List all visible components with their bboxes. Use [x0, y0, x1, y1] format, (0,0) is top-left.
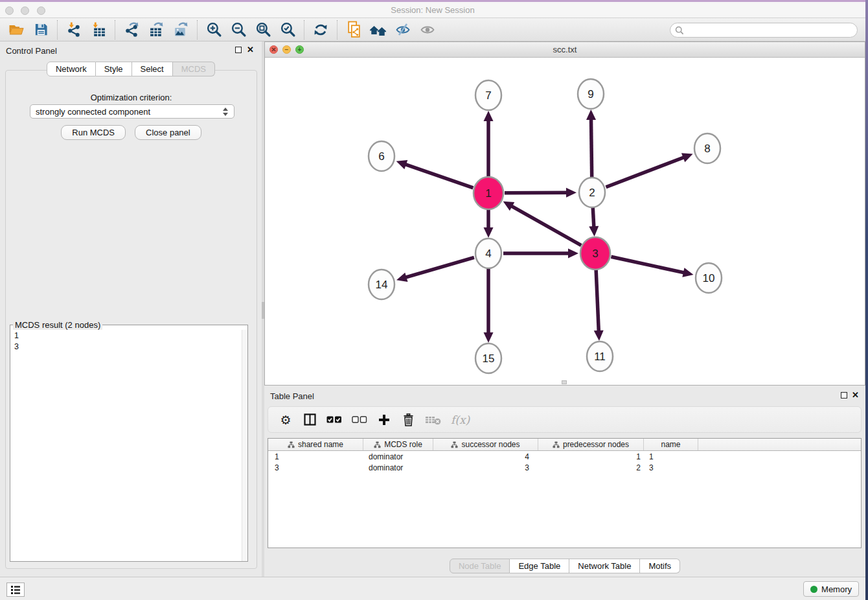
column-header-successor-nodes[interactable]: successor nodes [433, 439, 538, 450]
table-cell: 1 [538, 451, 644, 462]
graph-node-label: 11 [594, 351, 606, 363]
graph-edge-2-9[interactable] [591, 117, 591, 178]
close-window-icon[interactable] [5, 6, 14, 15]
graph-node-label: 7 [485, 89, 491, 102]
save-session-button[interactable] [29, 20, 53, 40]
eye-icon [419, 22, 436, 38]
export-image-button[interactable] [168, 20, 193, 40]
save-icon [34, 22, 49, 37]
graph-edge-3-1[interactable] [509, 205, 581, 246]
close-panel-button[interactable]: Close panel [135, 125, 201, 140]
open-session-button[interactable] [4, 20, 29, 40]
zoom-fit-button[interactable] [251, 20, 275, 40]
close-table-panel-icon[interactable]: ✕ [852, 390, 859, 400]
table-cell: dominator [363, 462, 433, 473]
tab-select[interactable]: Select [132, 62, 173, 76]
memory-button[interactable]: Memory [803, 581, 859, 597]
float-table-panel-icon[interactable] [841, 392, 847, 398]
table-panel-title: Table Panel [270, 391, 314, 401]
table-row[interactable]: 1dominator411 [268, 451, 861, 462]
graph-edge-2-8[interactable] [606, 156, 686, 187]
add-column-button[interactable] [377, 414, 391, 426]
minimize-window-icon[interactable] [21, 6, 29, 15]
criterion-select[interactable]: strongly connected component [30, 104, 234, 119]
column-header-shared-name[interactable]: shared name [268, 439, 363, 450]
tab-mcds[interactable]: MCDS [173, 62, 215, 76]
table-panel-header: Table Panel ✕ [264, 387, 865, 405]
tab-motifs[interactable]: Motifs [640, 559, 680, 573]
canvas-splitter-handle-icon[interactable] [562, 380, 567, 384]
close-network-icon[interactable]: ✕ [269, 45, 278, 54]
zoom-out-button[interactable] [226, 20, 251, 40]
graph-edge-1-6[interactable] [403, 163, 473, 187]
zoom-in-button[interactable] [201, 20, 226, 40]
zoom-fit-icon [255, 21, 271, 38]
search-input[interactable] [687, 25, 857, 36]
graph-node-label: 14 [376, 279, 388, 291]
hide-selected-button[interactable] [391, 20, 415, 40]
table-options-button[interactable]: ⚙ [279, 413, 293, 426]
sort-tree-icon [374, 441, 381, 448]
main-toolbar [0, 18, 865, 41]
graph-edge-1-2[interactable] [505, 192, 569, 193]
column-header-name[interactable]: name [644, 439, 698, 450]
graph-edge-4-14[interactable] [404, 257, 474, 278]
tab-network-table[interactable]: Network Table [569, 559, 640, 573]
table-cell: 4 [433, 451, 538, 462]
edge-arrowhead-icon [594, 330, 604, 341]
graph-edge-3-11[interactable] [596, 270, 599, 334]
toolbar-separator [115, 20, 115, 40]
edge-arrowhead-icon [568, 249, 578, 259]
select-all-rows-button[interactable] [326, 416, 342, 423]
clone-network-button[interactable] [341, 20, 366, 40]
zoom-window-icon[interactable] [37, 6, 45, 15]
run-mcds-button[interactable]: Run MCDS [61, 125, 126, 140]
deselect-all-rows-button[interactable] [352, 416, 367, 423]
close-panel-icon[interactable]: ✕ [247, 45, 254, 54]
network-graph[interactable]: 1234678910111415 [265, 58, 865, 385]
graph-edge-2-3[interactable] [593, 207, 594, 229]
column-header-predecessor-nodes[interactable]: predecessor nodes [538, 439, 644, 450]
deselect-all-icon [352, 416, 367, 423]
tab-network[interactable]: Network [47, 62, 96, 76]
delete-column-button[interactable] [401, 413, 415, 426]
maximize-network-icon[interactable]: + [295, 45, 304, 54]
zoom-selected-button[interactable] [275, 20, 300, 40]
fx-icon: f(x) [451, 413, 470, 426]
toolbar-separator [197, 20, 198, 40]
neighbors-button[interactable] [366, 20, 391, 40]
table-cell: 1 [268, 451, 363, 462]
result-scrollbar[interactable] [242, 330, 247, 561]
tab-style[interactable]: Style [96, 62, 132, 76]
edge-arrowhead-icon [484, 332, 494, 343]
export-table-button[interactable] [144, 20, 168, 40]
clone-network-icon [346, 21, 362, 38]
column-header-filler [698, 439, 861, 450]
tab-edge-table[interactable]: Edge Table [510, 559, 569, 573]
show-column-button[interactable] [303, 413, 317, 426]
import-network-button[interactable] [62, 20, 86, 40]
table-row[interactable]: 3dominator323 [268, 462, 861, 473]
select-all-icon [326, 416, 342, 423]
function-builder-button[interactable]: f(x) [451, 413, 470, 426]
mcds-result-line: 1 [14, 330, 244, 341]
graph-node-label: 2 [589, 187, 595, 199]
graph-edge-3-10[interactable] [611, 257, 686, 273]
desktop-wallpaper-right [865, 0, 868, 600]
export-network-button[interactable] [119, 20, 144, 40]
network-canvas[interactable]: 1234678910111415 [265, 58, 865, 385]
import-table-icon [91, 21, 107, 38]
minimize-network-icon[interactable]: − [282, 45, 291, 54]
task-history-button[interactable] [6, 583, 25, 597]
import-table-button[interactable] [86, 20, 111, 40]
apply-layout-button[interactable] [308, 20, 333, 40]
column-header-MCDS-role[interactable]: MCDS role [363, 439, 433, 450]
sort-tree-icon [451, 441, 458, 448]
tab-node-table[interactable]: Node Table [450, 559, 510, 573]
float-panel-icon[interactable] [235, 47, 242, 53]
delete-table-button[interactable] [425, 415, 441, 425]
table-tabs: Node TableEdge TableNetwork TableMotifs [264, 559, 865, 573]
show-all-button[interactable] [415, 20, 440, 40]
search-box[interactable] [670, 23, 858, 38]
search-icon [675, 26, 684, 35]
